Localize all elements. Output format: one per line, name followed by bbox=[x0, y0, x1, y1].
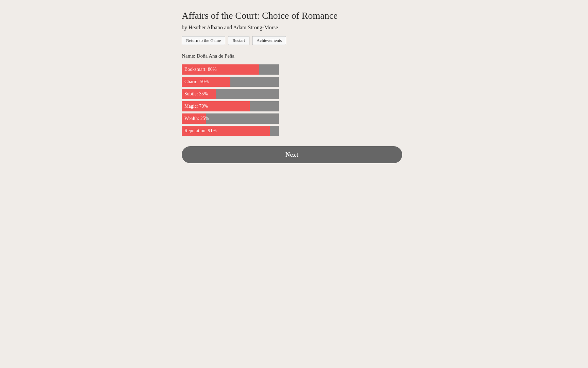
stat-label: Subtle: 35% bbox=[182, 91, 208, 97]
stat-bar: Booksmart: 80% bbox=[182, 64, 279, 75]
stat-label: Reputation: 91% bbox=[182, 128, 217, 134]
achievements-button[interactable]: Achievements bbox=[252, 36, 286, 45]
stat-bar: Subtle: 35% bbox=[182, 89, 279, 99]
stat-bar: Charm: 50% bbox=[182, 77, 279, 87]
stat-bar: Magic: 70% bbox=[182, 101, 279, 111]
stat-bar: Wealth: 25% bbox=[182, 113, 279, 124]
stat-bar: Reputation: 91% bbox=[182, 126, 279, 136]
nav-button-row: Return to the Game Restart Achievements bbox=[182, 36, 406, 45]
stat-label: Charm: 50% bbox=[182, 79, 209, 85]
stat-label: Booksmart: 80% bbox=[182, 67, 217, 72]
restart-button[interactable]: Restart bbox=[228, 36, 249, 45]
stat-label: Wealth: 25% bbox=[182, 116, 209, 121]
next-button[interactable]: Next bbox=[182, 146, 402, 163]
game-title: Affairs of the Court: Choice of Romance bbox=[182, 10, 406, 21]
game-author: by Heather Albano and Adam Strong-Morse bbox=[182, 25, 406, 31]
player-name: Name: Doña Ana de Peña bbox=[182, 53, 406, 59]
return-to-game-button[interactable]: Return to the Game bbox=[182, 36, 225, 45]
stats-container: Booksmart: 80%Charm: 50%Subtle: 35%Magic… bbox=[182, 64, 279, 136]
stat-label: Magic: 70% bbox=[182, 104, 208, 109]
